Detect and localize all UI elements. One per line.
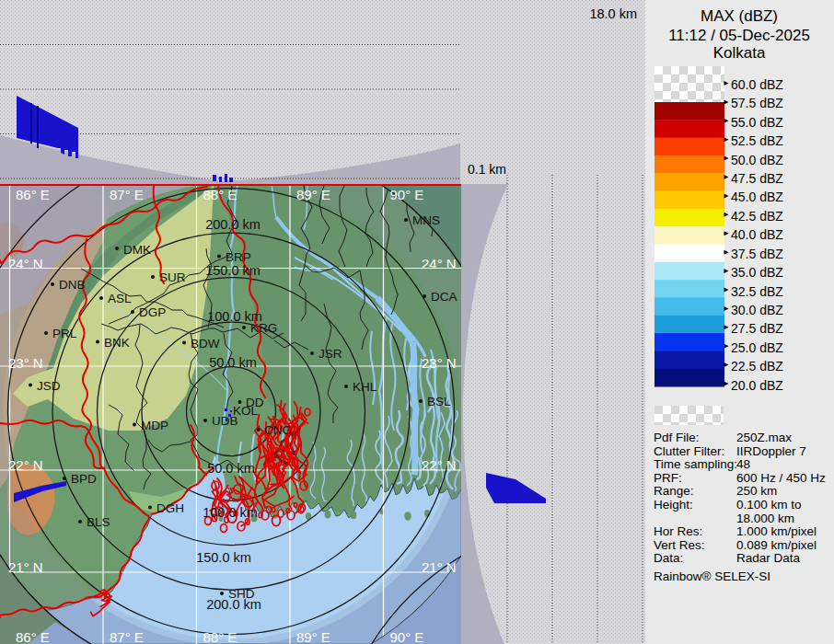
svg-text:200.0 km: 200.0 km — [206, 597, 261, 612]
svg-text:42.5 dBZ: 42.5 dBZ — [731, 209, 783, 224]
svg-text:86° E: 86° E — [16, 629, 50, 644]
svg-text:48: 48 — [736, 457, 750, 471]
svg-text:Data:: Data: — [654, 551, 683, 565]
svg-text:Vert Res:: Vert Res: — [654, 538, 705, 552]
svg-text:86° E: 86° E — [16, 187, 50, 202]
svg-text:89° E: 89° E — [296, 629, 330, 644]
svg-text:87° E: 87° E — [110, 629, 144, 644]
svg-text:Radar Data: Radar Data — [736, 551, 801, 565]
svg-text:52.5 dBZ: 52.5 dBZ — [731, 133, 783, 148]
svg-text:PRF:: PRF: — [654, 471, 682, 485]
svg-text:57.5 dBZ: 57.5 dBZ — [731, 96, 783, 110]
svg-text:23° N: 23° N — [8, 355, 43, 371]
svg-text:87° E: 87° E — [110, 187, 144, 202]
svg-text:89° E: 89° E — [296, 187, 330, 202]
svg-text:50.0 km: 50.0 km — [207, 461, 255, 476]
svg-text:JSR: JSR — [319, 347, 342, 361]
svg-text:88° E: 88° E — [203, 187, 237, 202]
svg-text:KOL: KOL — [233, 404, 259, 418]
svg-text:90° E: 90° E — [390, 187, 424, 202]
svg-text:60.0 dBZ: 60.0 dBZ — [731, 77, 783, 92]
svg-text:90° E: 90° E — [390, 629, 424, 644]
svg-text:55.0 dBZ: 55.0 dBZ — [731, 115, 783, 130]
svg-text:47.5 dBZ: 47.5 dBZ — [731, 171, 783, 186]
svg-text:88° E: 88° E — [203, 629, 237, 644]
svg-text:100.0 km: 100.0 km — [207, 309, 262, 324]
svg-text:MNS: MNS — [412, 213, 440, 227]
svg-text:DNB: DNB — [59, 278, 86, 292]
svg-text:22° N: 22° N — [8, 457, 43, 473]
svg-text:21° N: 21° N — [8, 559, 43, 575]
svg-text:Kolkata: Kolkata — [713, 44, 766, 62]
svg-text:BSL: BSL — [427, 395, 451, 408]
svg-text:DCA: DCA — [431, 290, 458, 304]
svg-text:150.0 km: 150.0 km — [205, 263, 261, 278]
svg-text:0.1 km: 0.1 km — [468, 162, 506, 177]
svg-text:PRL: PRL — [52, 327, 77, 340]
svg-text:25.0 dBZ: 25.0 dBZ — [731, 340, 783, 355]
svg-text:22.5 dBZ: 22.5 dBZ — [731, 359, 783, 374]
svg-text:22° N: 22° N — [422, 457, 457, 473]
svg-text:150.0 km: 150.0 km — [196, 550, 251, 565]
svg-text:24° N: 24° N — [8, 256, 43, 271]
svg-text:DMK: DMK — [123, 243, 151, 257]
svg-text:21° N: 21° N — [422, 559, 457, 575]
svg-text:250Z.max: 250Z.max — [736, 431, 792, 444]
svg-text:Height:: Height: — [654, 498, 693, 512]
svg-text:KHL: KHL — [353, 380, 377, 394]
svg-text:30.0 dBZ: 30.0 dBZ — [731, 303, 783, 317]
svg-text:BNK: BNK — [104, 336, 130, 350]
svg-text:18.0 km: 18.0 km — [589, 6, 637, 21]
svg-text:11:12 / 05-Dec-2025: 11:12 / 05-Dec-2025 — [668, 27, 810, 44]
svg-text:20.0 dBZ: 20.0 dBZ — [731, 378, 783, 393]
svg-text:JSD: JSD — [37, 379, 61, 393]
svg-text:BLS: BLS — [87, 515, 110, 529]
svg-text:0.100 km to: 0.100 km to — [736, 498, 802, 512]
svg-text:BDW: BDW — [191, 337, 220, 351]
svg-text:ASL: ASL — [108, 292, 132, 305]
svg-text:MDP: MDP — [141, 419, 168, 432]
svg-text:MAX (dBZ): MAX (dBZ) — [701, 7, 778, 25]
svg-text:24° N: 24° N — [422, 256, 457, 271]
svg-text:SUR: SUR — [159, 270, 186, 284]
svg-text:27.5 dBZ: 27.5 dBZ — [731, 321, 783, 336]
svg-text:23° N: 23° N — [422, 355, 457, 371]
svg-text:Rainbow® SELEX-SI: Rainbow® SELEX-SI — [654, 569, 770, 583]
svg-text:BRP: BRP — [226, 250, 251, 264]
svg-text:100.0 km: 100.0 km — [203, 505, 258, 520]
svg-text:250 km: 250 km — [736, 484, 777, 498]
svg-text:Clutter Filter:: Clutter Filter: — [654, 444, 724, 458]
svg-text:200.0 km: 200.0 km — [205, 217, 261, 232]
svg-text:Range:: Range: — [654, 484, 694, 498]
svg-text:32.5 dBZ: 32.5 dBZ — [731, 284, 783, 299]
svg-text:CNG: CNG — [264, 423, 292, 437]
svg-text:Time sampling:: Time sampling: — [654, 457, 737, 471]
svg-text:37.5 dBZ: 37.5 dBZ — [731, 247, 783, 261]
svg-text:0.089 km/pixel: 0.089 km/pixel — [736, 538, 817, 552]
svg-text:600 Hz / 450 Hz: 600 Hz / 450 Hz — [736, 471, 826, 485]
svg-text:DGP: DGP — [139, 305, 166, 319]
svg-text:35.0 dBZ: 35.0 dBZ — [731, 265, 783, 280]
svg-text:50.0 dBZ: 50.0 dBZ — [731, 153, 783, 167]
svg-text:Hor Res:: Hor Res: — [654, 524, 702, 538]
svg-text:1.000 km/pixel: 1.000 km/pixel — [736, 524, 817, 538]
svg-text:IIRDoppler 7: IIRDoppler 7 — [736, 444, 806, 458]
svg-text:Pdf File:: Pdf File: — [654, 431, 700, 444]
svg-text:DGH: DGH — [156, 501, 184, 515]
svg-text:BPD: BPD — [71, 472, 97, 486]
svg-text:18.000 km: 18.000 km — [736, 512, 794, 525]
svg-text:40.0 dBZ: 40.0 dBZ — [731, 227, 783, 242]
svg-text:45.0 dBZ: 45.0 dBZ — [731, 190, 783, 204]
svg-text:50.0 km: 50.0 km — [209, 355, 257, 370]
